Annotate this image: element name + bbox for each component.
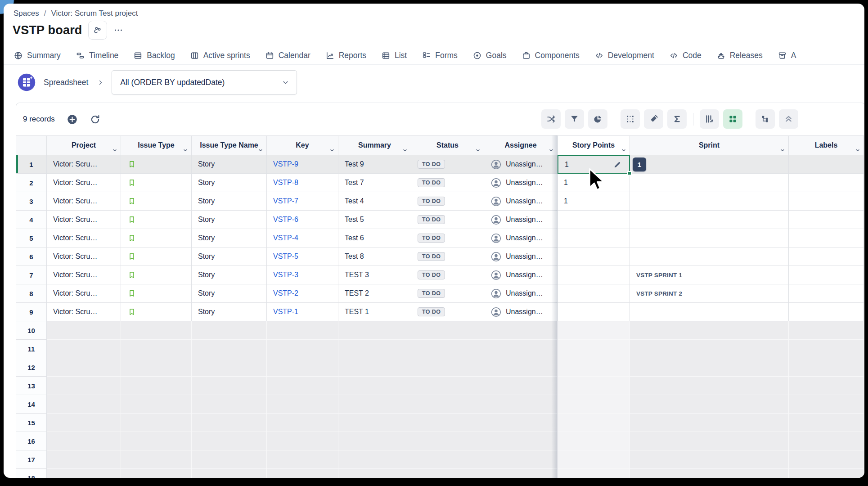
cell-status-row-11[interactable] xyxy=(411,340,484,358)
cell-sprint-row-5[interactable] xyxy=(630,229,789,248)
cell-num-row-15[interactable]: 15 xyxy=(16,414,47,432)
cell-labels-row-10[interactable] xyxy=(789,321,864,340)
cell-key-row-13[interactable] xyxy=(267,377,338,395)
cell-num-row-10[interactable]: 10 xyxy=(16,321,47,340)
cell-project-row-3[interactable]: Victor: Scru… xyxy=(47,192,121,211)
cell-assignee-row-17[interactable] xyxy=(484,450,558,469)
cell-labels-row-5[interactable] xyxy=(789,229,864,248)
cell-summary-row-1[interactable]: Test 9 xyxy=(338,155,411,174)
cell-issue_type_name-row-6[interactable]: Story xyxy=(192,248,267,266)
cell-sprint-row-2[interactable] xyxy=(630,174,789,192)
tab-development[interactable]: Development xyxy=(594,51,654,60)
column-header-summary[interactable]: Summary xyxy=(338,135,411,155)
cell-num-row-7[interactable]: 7 xyxy=(16,266,47,284)
cell-status-row-2[interactable]: TO DO xyxy=(411,174,484,192)
cell-key-row-7[interactable]: VSTP-3 xyxy=(267,266,338,284)
cell-sprint-row-17[interactable] xyxy=(630,450,789,469)
cell-summary-row-15[interactable] xyxy=(338,414,411,432)
cell-summary-row-17[interactable] xyxy=(338,450,411,469)
cell-summary-row-7[interactable]: TEST 3 xyxy=(338,266,411,284)
cell-story_points-row-16[interactable] xyxy=(558,432,630,450)
cell-project-row-1[interactable]: Victor: Scru… xyxy=(47,155,121,174)
cell-assignee-row-10[interactable] xyxy=(484,321,558,340)
cell-issue_type_name-row-13[interactable] xyxy=(192,377,267,395)
cell-status-row-5[interactable]: TO DO xyxy=(411,229,484,248)
cell-num-row-5[interactable]: 5 xyxy=(16,229,47,248)
column-header-status[interactable]: Status xyxy=(411,135,484,155)
cell-num-row-3[interactable]: 3 xyxy=(16,192,47,211)
cell-issue_type_name-row-12[interactable] xyxy=(192,358,267,377)
cell-status-row-6[interactable]: TO DO xyxy=(411,248,484,266)
cell-story_points-row-7[interactable] xyxy=(558,266,630,284)
column-header-project[interactable]: Project xyxy=(47,135,121,155)
add-record-button[interactable] xyxy=(67,114,78,125)
cell-story_points-row-8[interactable] xyxy=(558,284,630,303)
cell-key-row-4[interactable]: VSTP-6 xyxy=(267,211,338,229)
cell-labels-row-11[interactable] xyxy=(789,340,864,358)
cell-labels-row-1[interactable] xyxy=(789,155,864,174)
cell-sprint-row-8[interactable]: VSTP SPRINT 2 xyxy=(630,284,789,303)
cell-project-row-2[interactable]: Victor: Scru… xyxy=(47,174,121,192)
cell-summary-row-11[interactable] xyxy=(338,340,411,358)
cell-summary-row-12[interactable] xyxy=(338,358,411,377)
cell-story_points-row-13[interactable] xyxy=(558,377,630,395)
cell-summary-row-14[interactable] xyxy=(338,395,411,414)
issue-key-link[interactable]: VSTP-6 xyxy=(273,216,298,224)
cell-labels-row-8[interactable] xyxy=(789,284,864,303)
cell-issue_type-row-5[interactable] xyxy=(121,229,192,248)
cell-summary-row-4[interactable]: Test 5 xyxy=(338,211,411,229)
cell-issue_type-row-11[interactable] xyxy=(121,340,192,358)
cell-labels-row-6[interactable] xyxy=(789,248,864,266)
cell-project-row-5[interactable]: Victor: Scru… xyxy=(47,229,121,248)
cell-summary-row-13[interactable] xyxy=(338,377,411,395)
column-settings-button[interactable] xyxy=(700,109,719,129)
cell-issue_type-row-10[interactable] xyxy=(121,321,192,340)
cell-project-row-10[interactable] xyxy=(47,321,121,340)
cell-status-row-1[interactable]: TO DO xyxy=(411,155,484,174)
cell-story_points-row-18[interactable] xyxy=(558,469,630,478)
cell-num-row-14[interactable]: 14 xyxy=(16,395,47,414)
cell-project-row-17[interactable] xyxy=(47,450,121,469)
cell-status-row-15[interactable] xyxy=(411,414,484,432)
cell-issue_type_name-row-17[interactable] xyxy=(192,450,267,469)
cell-issue_type_name-row-18[interactable] xyxy=(192,469,267,478)
issue-key-link[interactable]: VSTP-4 xyxy=(273,234,298,242)
cell-story_points-row-6[interactable] xyxy=(558,248,630,266)
cell-num-row-18[interactable]: 18 xyxy=(16,469,47,478)
cell-issue_type-row-7[interactable] xyxy=(121,266,192,284)
cell-key-row-3[interactable]: VSTP-7 xyxy=(267,192,338,211)
cell-key-row-17[interactable] xyxy=(267,450,338,469)
cell-assignee-row-5[interactable]: Unassign… xyxy=(484,229,558,248)
cell-key-row-15[interactable] xyxy=(267,414,338,432)
cell-project-row-9[interactable]: Victor: Scru… xyxy=(47,303,121,321)
tab-forms[interactable]: Forms xyxy=(422,51,458,60)
tab-backlog[interactable]: Backlog xyxy=(133,51,175,60)
cell-assignee-row-14[interactable] xyxy=(484,395,558,414)
tab-active-sprints[interactable]: Active sprints xyxy=(190,51,250,60)
cell-status-row-12[interactable] xyxy=(411,358,484,377)
issue-key-link[interactable]: VSTP-8 xyxy=(273,179,298,187)
cell-key-row-18[interactable] xyxy=(267,469,338,478)
cell-summary-row-8[interactable]: TEST 2 xyxy=(338,284,411,303)
grid-view-button[interactable] xyxy=(723,109,742,129)
cell-issue_type_name-row-2[interactable]: Story xyxy=(192,174,267,192)
cell-project-row-16[interactable] xyxy=(47,432,121,450)
cell-assignee-row-16[interactable] xyxy=(484,432,558,450)
tab-calendar[interactable]: Calendar xyxy=(265,51,310,60)
cell-assignee-row-3[interactable]: Unassign… xyxy=(484,192,558,211)
cell-project-row-7[interactable]: Victor: Scru… xyxy=(47,266,121,284)
cell-num-row-13[interactable]: 13 xyxy=(16,377,47,395)
cell-num-row-9[interactable]: 9 xyxy=(16,303,47,321)
issue-key-link[interactable]: VSTP-7 xyxy=(273,197,298,205)
cell-summary-row-16[interactable] xyxy=(338,432,411,450)
cell-labels-row-12[interactable] xyxy=(789,358,864,377)
cell-project-row-8[interactable]: Victor: Scru… xyxy=(47,284,121,303)
cell-assignee-row-15[interactable] xyxy=(484,414,558,432)
column-header-key[interactable]: Key xyxy=(267,135,338,155)
cell-issue_type-row-13[interactable] xyxy=(121,377,192,395)
cell-labels-row-3[interactable] xyxy=(789,192,864,211)
cell-status-row-10[interactable] xyxy=(411,321,484,340)
cell-assignee-row-9[interactable]: Unassign… xyxy=(484,303,558,321)
hierarchy-button[interactable] xyxy=(756,109,775,129)
cell-assignee-row-8[interactable]: Unassign… xyxy=(484,284,558,303)
